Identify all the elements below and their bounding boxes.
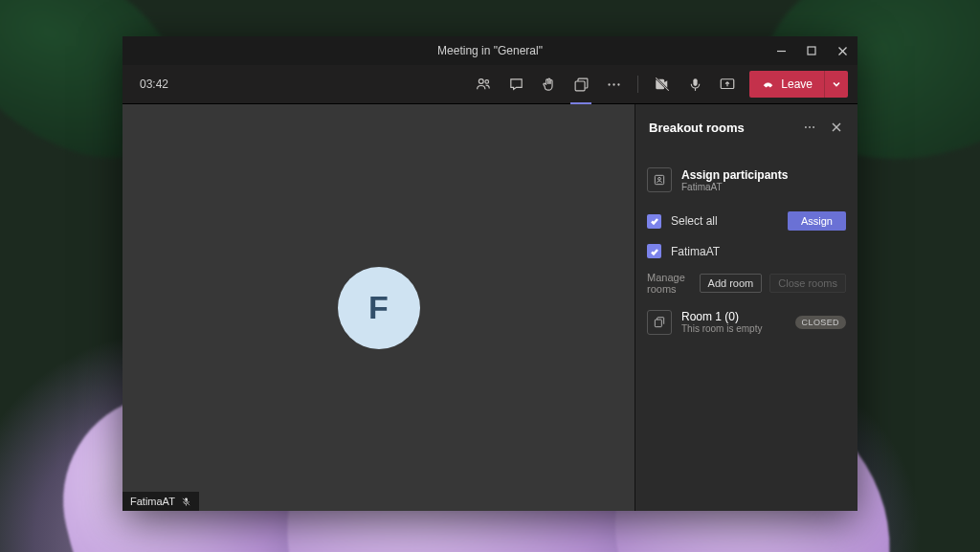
manage-rooms-label: Manage rooms — [647, 272, 692, 295]
room-subtitle: This room is empty — [681, 323, 786, 334]
panel-close-icon[interactable] — [827, 118, 846, 137]
assign-button[interactable]: Assign — [788, 211, 846, 231]
svg-point-4 — [479, 79, 484, 84]
breakout-panel: Breakout rooms Assign participants Fat — [635, 104, 858, 511]
toolbar-separator — [637, 76, 638, 93]
participant-checkbox[interactable] — [647, 244, 661, 258]
select-all-label: Select all — [671, 214, 778, 228]
assign-subheading: FatimaAT — [681, 182, 788, 192]
add-room-button[interactable]: Add room — [700, 274, 763, 293]
assign-participants-header: Assign participants FatimaAT — [647, 167, 846, 192]
panel-title: Breakout rooms — [649, 121, 792, 135]
assign-heading: Assign participants — [681, 168, 788, 182]
meeting-window: Meeting in "General" 03:42 — [122, 36, 858, 511]
participant-name: FatimaAT — [671, 245, 846, 258]
meeting-timer: 03:42 — [132, 77, 168, 91]
title-bar: Meeting in "General" — [122, 36, 858, 65]
svg-rect-12 — [693, 78, 697, 86]
video-stage: F FatimaAT — [122, 104, 635, 511]
participants-icon[interactable] — [469, 70, 498, 99]
share-screen-icon[interactable] — [713, 70, 742, 99]
svg-point-9 — [617, 83, 619, 85]
svg-rect-26 — [655, 320, 661, 327]
select-all-checkbox[interactable] — [647, 214, 661, 229]
svg-point-25 — [658, 177, 661, 180]
svg-rect-6 — [575, 80, 585, 90]
svg-point-21 — [813, 126, 814, 128]
svg-point-5 — [485, 80, 489, 84]
minimize-button[interactable] — [766, 36, 796, 65]
meeting-toolbar: 03:42 — [122, 65, 858, 104]
svg-rect-1 — [808, 47, 815, 55]
participant-tag: FatimaAT — [122, 492, 199, 511]
breakout-rooms-icon[interactable] — [567, 70, 595, 99]
room-status-badge: CLOSED — [795, 316, 846, 329]
participant-name-label: FatimaAT — [130, 496, 175, 507]
svg-point-7 — [608, 83, 610, 85]
leave-button[interactable]: Leave — [749, 71, 824, 98]
leave-label: Leave — [781, 77, 813, 91]
avatar-initial: F — [368, 289, 389, 326]
svg-point-20 — [809, 126, 811, 128]
close-window-button[interactable] — [827, 36, 858, 65]
window-title: Meeting in "General" — [437, 44, 543, 57]
room-name: Room 1 (0) — [681, 311, 786, 323]
more-actions-icon[interactable] — [599, 70, 628, 99]
microphone-icon[interactable] — [680, 70, 709, 99]
room-item[interactable]: Room 1 (0) This room is empty CLOSED — [647, 310, 846, 335]
chat-icon[interactable] — [501, 70, 530, 99]
mic-muted-icon — [181, 497, 191, 507]
raise-hand-icon[interactable] — [534, 70, 563, 99]
close-rooms-button[interactable]: Close rooms — [769, 274, 846, 293]
participant-avatar: F — [338, 267, 420, 349]
svg-point-8 — [612, 83, 614, 85]
room-icon — [647, 310, 672, 335]
maximize-button[interactable] — [796, 36, 827, 65]
svg-point-19 — [805, 126, 807, 128]
panel-more-icon[interactable] — [800, 118, 819, 137]
leave-options-button[interactable] — [824, 71, 848, 98]
assign-participants-icon — [647, 167, 672, 192]
camera-off-icon[interactable] — [648, 70, 677, 99]
